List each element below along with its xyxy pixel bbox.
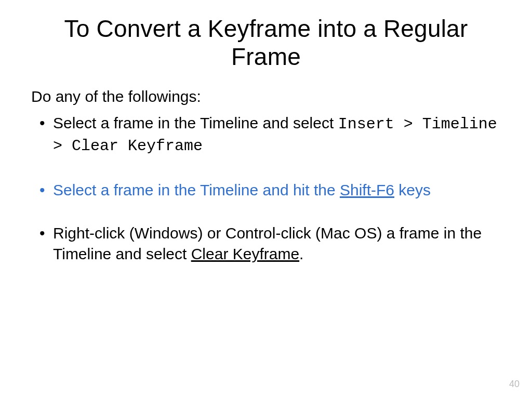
bullet-3-text-post: . (299, 245, 303, 262)
bullet-item-3: Right-click (Windows) or Control-click (… (53, 223, 501, 264)
bullet-item-1: Select a frame in the Timeline and selec… (53, 113, 501, 157)
spacer (53, 200, 501, 223)
page-number: 40 (509, 379, 520, 390)
bullet-2-text-pre: Select a frame in the Timeline and hit t… (53, 181, 340, 198)
intro-text: Do any of the followings: (31, 88, 501, 105)
bullet-2-key: Shift-F6 (340, 181, 394, 198)
slide: To Convert a Keyframe into a Regular Fra… (0, 0, 532, 399)
bullet-1-text: Select a frame in the Timeline and selec… (53, 114, 338, 131)
slide-title: To Convert a Keyframe into a Regular Fra… (31, 15, 501, 71)
bullet-3-cmd: Clear Keyframe (191, 245, 299, 262)
bullet-2-text-post: keys (394, 181, 431, 198)
bullet-item-2: Select a frame in the Timeline and hit t… (53, 180, 501, 201)
spacer (53, 157, 501, 180)
bullet-list: Select a frame in the Timeline and selec… (31, 113, 501, 264)
